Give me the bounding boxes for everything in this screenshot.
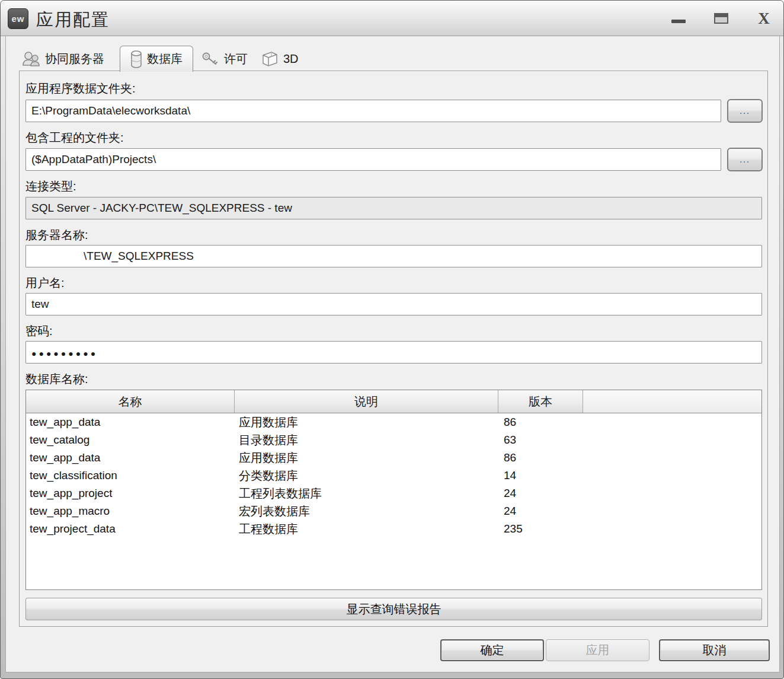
db-version: 63: [498, 433, 583, 447]
projects-folder-label: 包含工程的文件夹:: [25, 130, 124, 146]
db-name: tew_app_project: [26, 487, 235, 500]
projects-folder-input[interactable]: [25, 148, 721, 171]
minimize-icon: [671, 20, 686, 23]
db-version: 24: [498, 487, 583, 500]
table-row[interactable]: tew_catalog 目录数据库 63: [26, 431, 761, 449]
ok-button[interactable]: 确定: [440, 639, 544, 661]
username-input[interactable]: [25, 293, 762, 315]
db-description: 宏列表数据库: [235, 503, 498, 519]
close-icon: X: [758, 11, 770, 27]
app-config-window: ew 应用配置 X 协同服务器: [0, 0, 784, 679]
table-row[interactable]: tew_classification 分类数据库 14: [26, 467, 761, 484]
tab-database[interactable]: 数据库: [120, 46, 193, 72]
tab-label: 协同服务器: [45, 51, 104, 67]
window-controls: X: [668, 1, 776, 36]
table-row[interactable]: tew_app_macro 宏列表数据库 24: [26, 502, 761, 520]
projects-folder-browse-button[interactable]: ...: [727, 148, 763, 171]
table-row[interactable]: tew_app_project 工程列表数据库 24: [26, 484, 761, 502]
db-description: 工程列表数据库: [235, 486, 498, 502]
table-body: tew_app_data 应用数据库 86 tew_catalog 目录数据库 …: [26, 413, 761, 589]
minimize-button[interactable]: [668, 8, 689, 28]
column-header-description[interactable]: 说明: [235, 390, 498, 413]
tab-license[interactable]: 许可: [201, 47, 248, 71]
db-name: tew_app_data: [26, 416, 235, 429]
db-version: 14: [498, 469, 583, 482]
db-name: tew_project_data: [26, 522, 235, 535]
db-name: tew_classification: [26, 469, 235, 482]
cube-icon: [260, 50, 279, 68]
cancel-button[interactable]: 取消: [659, 639, 770, 661]
database-icon: [130, 50, 142, 68]
database-tab-panel: 应用程序数据文件夹: ... 包含工程的文件夹: ... 连接类型: 服务器名称…: [19, 71, 768, 627]
titlebar: ew 应用配置 X: [1, 1, 783, 36]
tab-collab-server[interactable]: 协同服务器: [21, 47, 104, 71]
table-row[interactable]: tew_app_data 应用数据库 86: [26, 449, 761, 467]
db-description: 应用数据库: [235, 450, 498, 466]
tab-label: 数据库: [147, 51, 183, 67]
server-name-label: 服务器名称:: [25, 227, 88, 243]
db-version: 86: [498, 451, 583, 464]
maximize-icon: [714, 13, 728, 24]
app-data-folder-input[interactable]: [25, 100, 721, 122]
table-row[interactable]: tew_project_data 工程数据库 235: [26, 520, 761, 538]
key-icon: [201, 52, 219, 66]
app-logo-text: ew: [11, 14, 24, 24]
app-data-folder-label: 应用程序数据文件夹:: [25, 81, 136, 97]
password-label: 密码:: [25, 323, 53, 339]
dialog-body: 协同服务器 数据库 许可: [5, 36, 780, 672]
window-title: 应用配置: [36, 8, 110, 32]
app-data-folder-browse-button[interactable]: ...: [727, 99, 763, 123]
db-name: tew_app_data: [26, 451, 235, 464]
db-version: 24: [498, 505, 583, 518]
column-header-name[interactable]: 名称: [26, 390, 235, 413]
username-label: 用户名:: [25, 275, 65, 291]
maximize-button[interactable]: [711, 8, 731, 28]
password-input[interactable]: [25, 341, 762, 364]
db-description: 分类数据库: [235, 468, 498, 484]
database-list-label: 数据库名称:: [25, 371, 88, 387]
apply-button[interactable]: 应用: [546, 639, 649, 661]
close-button[interactable]: X: [754, 8, 774, 28]
tab-label: 许可: [224, 51, 248, 67]
tab-label: 3D: [283, 52, 299, 66]
table-row[interactable]: tew_app_data 应用数据库 86: [26, 413, 761, 431]
db-description: 工程数据库: [235, 521, 498, 537]
column-header-filler: [583, 390, 761, 413]
db-description: 目录数据库: [235, 432, 498, 448]
db-name: tew_catalog: [26, 433, 235, 447]
db-description: 应用数据库: [235, 415, 498, 431]
app-logo-icon: ew: [8, 8, 28, 29]
table-header: 名称 说明 版本: [26, 390, 761, 413]
db-version: 235: [498, 522, 583, 535]
column-header-version[interactable]: 版本: [498, 390, 583, 413]
db-name: tew_app_macro: [26, 505, 235, 518]
show-error-report-button[interactable]: 显示查询错误报告: [25, 598, 762, 620]
db-version: 86: [498, 416, 583, 429]
connection-type-label: 连接类型:: [25, 178, 76, 195]
users-icon: [21, 50, 40, 67]
connection-type-field: [25, 197, 762, 219]
server-name-input[interactable]: [25, 245, 762, 267]
database-table: 名称 说明 版本 tew_app_data 应用数据库 86 tew_catal…: [25, 390, 762, 590]
tab-3d[interactable]: 3D: [260, 47, 299, 71]
